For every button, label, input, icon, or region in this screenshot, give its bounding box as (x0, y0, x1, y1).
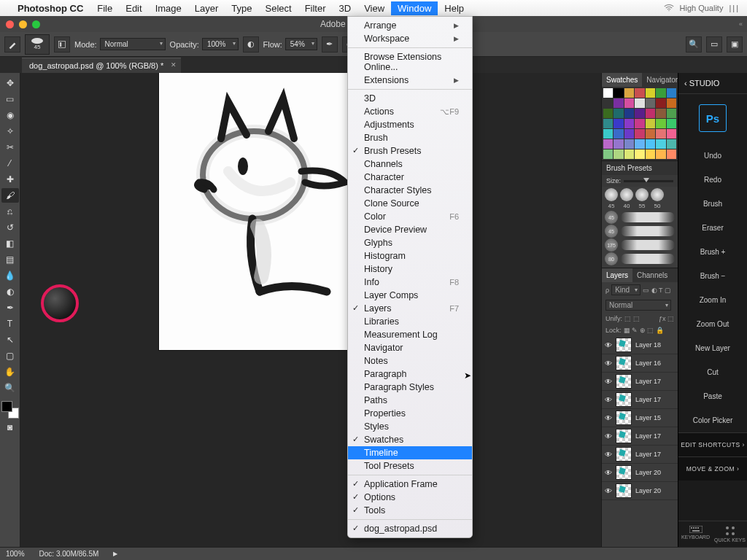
layer-thumb[interactable] (616, 374, 632, 389)
brush-tip-row[interactable] (602, 187, 678, 203)
tab-swatches[interactable]: Swatches (602, 73, 642, 87)
layer-row[interactable]: 👁Layer 16 (602, 354, 678, 373)
menu-item-arrange[interactable]: Arrange▶ (348, 19, 472, 32)
swatch[interactable] (624, 129, 634, 139)
layer-row[interactable]: 👁Layer 17 (602, 446, 678, 464)
patch-tool[interactable]: ✚ (1, 172, 19, 187)
visibility-icon[interactable]: 👁 (605, 359, 612, 368)
menu-item-brush[interactable]: Brush (348, 131, 472, 144)
zoom-tool[interactable]: 🔍 (1, 381, 19, 395)
brush-preset-row[interactable]: 45 (605, 225, 675, 238)
menu-item-application-frame[interactable]: ✓Application Frame (348, 478, 472, 491)
menu-file[interactable]: File (90, 1, 119, 15)
layer-thumb[interactable] (616, 411, 632, 425)
swatch[interactable] (646, 88, 655, 98)
menu-item-character[interactable]: Character (348, 171, 472, 184)
swatch[interactable] (635, 88, 644, 98)
menu-item-paragraph-styles[interactable]: Paragraph Styles (348, 381, 472, 394)
layer-name[interactable]: Layer 17 (635, 396, 661, 403)
menu-item-dog-astropad-psd[interactable]: ✓dog_astropad.psd (348, 522, 472, 535)
swatch[interactable] (624, 139, 634, 149)
menu-item-adjustments[interactable]: Adjustments (348, 118, 472, 131)
swatch[interactable] (646, 139, 655, 149)
marquee-tool[interactable]: ▭ (1, 92, 19, 106)
swatch[interactable] (614, 98, 623, 108)
rect-tool[interactable]: ▢ (1, 349, 19, 363)
swatch[interactable] (667, 139, 676, 149)
menu-item-layers[interactable]: ✓LayersF7 (348, 302, 472, 315)
pressure-opacity-icon[interactable]: ◐ (243, 36, 259, 52)
airbrush-icon[interactable]: ✒ (322, 36, 338, 52)
swatch[interactable] (635, 98, 644, 108)
swatch[interactable] (603, 129, 613, 139)
sidebar-new-layer[interactable]: New Layer (678, 336, 747, 360)
swatch[interactable] (603, 98, 613, 108)
menu-edit[interactable]: Edit (119, 1, 148, 15)
swatch[interactable] (614, 129, 623, 139)
menu-item-3d[interactable]: 3D (348, 92, 472, 105)
sidebar-zoom-in[interactable]: Zoom In (678, 288, 747, 312)
brush-preset-row[interactable]: 175 (605, 238, 675, 252)
path-tool[interactable]: ↖ (1, 332, 19, 347)
doc-info[interactable]: Doc: 3.00M/86.5M (39, 550, 99, 558)
wand-tool[interactable]: ✧ (1, 124, 19, 139)
menu-item-character-styles[interactable]: Character Styles (348, 184, 472, 197)
visibility-icon[interactable]: 👁 (605, 341, 612, 349)
layer-name[interactable]: Layer 20 (635, 487, 661, 494)
menu-3d[interactable]: 3D (333, 1, 358, 15)
brush-size-slider[interactable] (624, 180, 673, 182)
layer-filter-select[interactable]: Kind (611, 284, 640, 295)
app-name[interactable]: Photoshop CC (18, 3, 83, 14)
blend-mode-select[interactable]: Normal (100, 38, 166, 50)
back-to-studio[interactable]: ‹ STUDIO (678, 73, 747, 94)
swatch[interactable] (667, 88, 676, 98)
layer-name[interactable]: Layer 16 (635, 359, 661, 367)
menu-window[interactable]: Window (391, 1, 438, 15)
menu-item-color[interactable]: ColorF6 (348, 210, 472, 223)
menu-item-device-preview[interactable]: Device Preview (348, 223, 472, 236)
menu-image[interactable]: Image (149, 1, 188, 15)
swatch[interactable] (646, 129, 655, 139)
swatch[interactable] (635, 129, 644, 139)
menu-item-histogram[interactable]: Histogram (348, 249, 472, 262)
brush-panel-toggle[interactable] (54, 36, 70, 52)
tab-navigator[interactable]: Navigator (642, 73, 682, 87)
swatch[interactable] (667, 149, 676, 159)
dodge-tool[interactable]: ◐ (1, 284, 19, 299)
swatch[interactable] (635, 139, 644, 149)
sidebar-redo[interactable]: Redo (678, 168, 747, 192)
layer-thumb[interactable] (616, 392, 632, 407)
hand-tool[interactable]: ✋ (1, 365, 19, 379)
menu-item-layer-comps[interactable]: Layer Comps (348, 289, 472, 302)
swatch[interactable] (614, 149, 623, 159)
visibility-icon[interactable]: 👁 (605, 451, 612, 459)
eraser-tool[interactable]: ◧ (1, 236, 19, 251)
document-tab[interactable]: dog_astropad.psd @ 100% (RGB/8) *✕ (22, 58, 181, 73)
flow-input[interactable]: 54% (285, 38, 317, 50)
gradient-tool[interactable]: ▤ (1, 252, 19, 267)
swatch[interactable] (667, 109, 676, 118)
menu-item-clone-source[interactable]: Clone Source (348, 197, 472, 210)
layer-row[interactable]: 👁Layer 18 (602, 336, 678, 354)
swatch[interactable] (667, 119, 676, 128)
menu-item-browse-extensions-online-[interactable]: Browse Extensions Online... (348, 50, 472, 74)
menu-item-timeline[interactable]: Timeline (348, 446, 472, 459)
swatch[interactable] (603, 88, 613, 98)
menu-item-styles[interactable]: Styles (348, 420, 472, 433)
menu-item-actions[interactable]: Actions⌥F9 (348, 105, 472, 118)
crop-tool[interactable]: ✂ (1, 140, 19, 155)
menu-item-options[interactable]: ✓Options (348, 491, 472, 504)
swatch[interactable] (656, 119, 665, 128)
quick-keys-toggle[interactable]: QUICK KEYS (713, 521, 747, 547)
menu-item-measurement-log[interactable]: Measurement Log (348, 328, 472, 341)
swatch[interactable] (603, 109, 613, 118)
swatch[interactable] (656, 149, 665, 159)
swatch[interactable] (624, 98, 634, 108)
swatch[interactable] (656, 139, 665, 149)
layer-row[interactable]: 👁Layer 20 (602, 482, 678, 500)
tab-channels[interactable]: Channels (632, 268, 672, 282)
brush-tip[interactable] (635, 188, 649, 201)
swatch[interactable] (646, 109, 655, 118)
zoom-level[interactable]: 100% (6, 550, 25, 558)
swatch[interactable] (656, 88, 665, 98)
